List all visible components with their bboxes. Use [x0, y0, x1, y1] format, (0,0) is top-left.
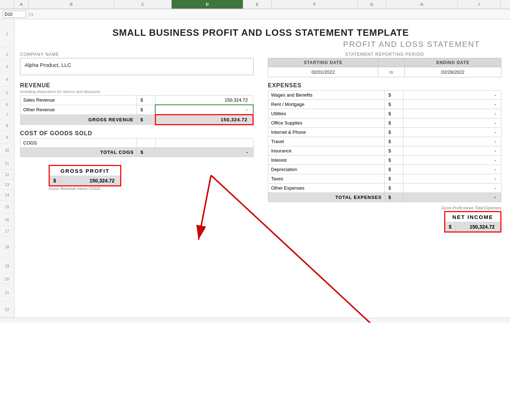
internet-row: Internet & Phone $ -: [268, 128, 501, 137]
gross-profit-row: $ 150,324.72: [50, 176, 120, 185]
expenses-table: Wages and Benefits $ - Rent / Mortgage $…: [268, 90, 501, 202]
main-title: SMALL BUSINESS PROFIT AND LOSS STATEMENT…: [20, 22, 501, 40]
sales-value[interactable]: 150,324.72: [155, 96, 253, 105]
other-dollar: $: [137, 105, 155, 115]
net-income-note: Gross Profit minus Total Expenses: [441, 206, 501, 210]
cogs-dollar: [137, 138, 156, 148]
formula-separator: ƒx: [28, 11, 34, 17]
other-expenses-row: Other Expenses $ -: [268, 184, 501, 193]
travel-dollar: $: [385, 137, 403, 146]
office-supplies-value[interactable]: -: [403, 118, 501, 128]
gross-profit-box-container: GROSS PROFIT $ 150,324.72 Gross Revenue …: [38, 163, 121, 191]
gross-revenue-label: GROSS REVENUE: [20, 115, 137, 125]
gross-revenue-value[interactable]: 150,324.72: [155, 115, 253, 125]
gross-revenue-row: GROSS REVENUE $ 150,324.72: [20, 115, 253, 125]
row-7: 7: [0, 109, 14, 120]
col-header-d[interactable]: D: [172, 0, 243, 9]
row-4: 4: [0, 72, 14, 87]
row-6: 6: [0, 99, 14, 109]
gross-profit-note: Gross Revenue minus COGS: [49, 186, 121, 191]
cogs-label: COGS: [20, 138, 137, 148]
end-date-value[interactable]: 02/28/2022: [404, 67, 501, 77]
cogs-value[interactable]: [156, 138, 254, 148]
sales-revenue-label: Sales Revenue: [20, 96, 137, 105]
wages-value[interactable]: -: [403, 91, 501, 100]
period-section: STATEMENT REPORTING PERIOD STARTING DATE…: [268, 52, 501, 77]
office-supplies-row: Office Supplies $ -: [268, 118, 501, 128]
period-table: STARTING DATE ENDING DATE 02/01/2022 to …: [268, 58, 501, 77]
col-header-b: B: [29, 0, 114, 9]
col-header-c: C: [114, 0, 172, 9]
rent-value[interactable]: -: [403, 100, 501, 109]
gross-profit-area: GROSS PROFIT $ 150,324.72 Gross Revenue …: [20, 163, 254, 191]
row-9: 9: [0, 131, 14, 144]
other-expenses-value[interactable]: -: [403, 184, 501, 193]
total-expenses-dollar: $: [385, 193, 403, 202]
net-income-row: $ 150,324.72: [445, 222, 500, 231]
depreciation-value[interactable]: -: [403, 165, 501, 174]
header-section: COMPANY NAME Alpha Product, LLC STATEMEN…: [20, 52, 501, 77]
interest-dollar: $: [385, 156, 403, 165]
subtitle: PROFIT AND LOSS STATEMENT: [20, 40, 501, 52]
other-expenses-dollar: $: [385, 184, 403, 193]
row-1: 1: [0, 19, 14, 48]
net-income-area: Gross Profit minus Total Expenses NET IN…: [268, 206, 501, 233]
other-expenses-label: Other Expenses: [268, 184, 385, 193]
taxes-row: Taxes $ -: [268, 174, 501, 184]
ni-value[interactable]: 150,324.72: [456, 222, 500, 231]
right-sections: EXPENSES Wages and Benefits $ - Rent / M…: [268, 79, 501, 233]
col-header-f: F: [272, 0, 358, 9]
insurance-label: Insurance: [268, 146, 385, 156]
row-19: 19: [0, 258, 14, 274]
rent-dollar: $: [385, 100, 403, 109]
insurance-value[interactable]: -: [403, 146, 501, 156]
insurance-dollar: $: [385, 146, 403, 156]
col-header-g: G: [358, 0, 386, 9]
travel-row: Travel $ -: [268, 137, 501, 146]
utilities-value[interactable]: -: [403, 109, 501, 118]
row-20: 20: [0, 274, 14, 284]
cogs-section: COST OF GOODS SOLD COGS TOTAL COGS $ -: [20, 130, 254, 157]
taxes-label: Taxes: [268, 174, 385, 184]
total-cogs-dollar: $: [137, 148, 156, 157]
internet-value[interactable]: -: [403, 128, 501, 137]
col-header-e: E: [243, 0, 272, 9]
row-11: 11: [0, 157, 14, 170]
cogs-row: COGS: [20, 138, 254, 148]
row-14: 14: [0, 190, 14, 200]
sales-dollar: $: [137, 96, 155, 105]
taxes-value[interactable]: -: [403, 174, 501, 184]
utilities-label: Utilities: [268, 109, 385, 118]
gp-value[interactable]: 150,324.72: [60, 176, 121, 185]
utilities-dollar: $: [385, 109, 403, 118]
travel-label: Travel: [268, 137, 385, 146]
col-header-i: I: [458, 0, 501, 9]
row-21: 21: [0, 284, 14, 301]
cogs-header: COST OF GOODS SOLD: [20, 130, 254, 137]
cell-reference[interactable]: [3, 11, 26, 18]
to-header: [378, 58, 404, 67]
total-expenses-value[interactable]: -: [403, 193, 501, 202]
row-10: 10: [0, 144, 14, 157]
other-revenue-row: Other Revenue $ -: [20, 105, 253, 115]
interest-value[interactable]: -: [403, 156, 501, 165]
left-sections: REVENUE Including deductions for returns…: [20, 79, 254, 233]
ni-dollar: $: [445, 222, 456, 231]
row-17: 17: [0, 226, 14, 236]
depreciation-dollar: $: [385, 165, 403, 174]
other-value[interactable]: -: [155, 105, 253, 115]
wages-label: Wages and Benefits: [268, 91, 385, 100]
start-date-value[interactable]: 02/01/2022: [268, 67, 378, 77]
office-supplies-dollar: $: [385, 118, 403, 128]
row-12: 12: [0, 170, 14, 180]
travel-value[interactable]: -: [403, 137, 501, 146]
scrollbar[interactable]: [0, 318, 510, 323]
content: SMALL BUSINESS PROFIT AND LOSS STATEMENT…: [14, 19, 510, 318]
total-cogs-value[interactable]: -: [156, 148, 254, 157]
company-name[interactable]: Alpha Product, LLC: [20, 58, 254, 75]
other-revenue-label: Other Revenue: [20, 105, 137, 115]
revenue-table: Sales Revenue $ 150,324.72 Other Revenue…: [20, 95, 254, 125]
row-18: 18: [0, 236, 14, 258]
gp-dollar: $: [50, 176, 60, 185]
revenue-section: REVENUE Including deductions for returns…: [20, 82, 254, 125]
